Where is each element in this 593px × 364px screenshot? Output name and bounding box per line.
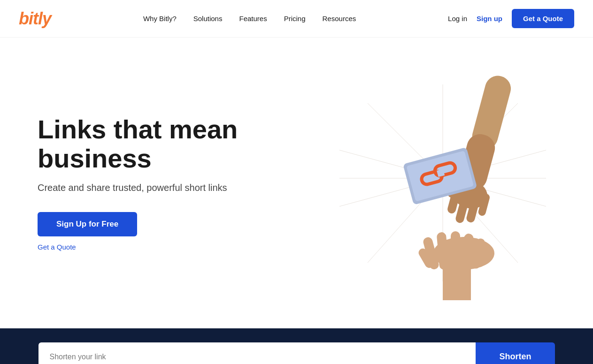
- nav-item-solutions[interactable]: Solutions: [193, 15, 223, 23]
- brand-logo[interactable]: bitly: [19, 9, 51, 29]
- shorten-input[interactable]: [39, 342, 476, 364]
- hero-content: Links that mean business Create and shar…: [38, 115, 300, 250]
- nav-links: Why Bitly? Solutions Features Pricing Re…: [143, 15, 356, 23]
- nav-item-why-bitly[interactable]: Why Bitly?: [143, 15, 177, 23]
- login-link[interactable]: Log in: [448, 15, 467, 23]
- signup-link[interactable]: Sign up: [477, 15, 502, 23]
- hero-svg: [330, 66, 555, 300]
- svg-rect-32: [443, 256, 471, 300]
- shorten-button[interactable]: Shorten: [476, 342, 554, 364]
- nav-item-features[interactable]: Features: [239, 15, 267, 23]
- hero-title: Links that mean business: [38, 115, 300, 173]
- shorten-bar: Shorten By clicking SHORTEN, you are agr…: [0, 328, 593, 364]
- nav-item-resources[interactable]: Resources: [323, 15, 356, 23]
- nav-actions: Log in Sign up Get a Quote: [448, 9, 574, 28]
- signup-free-button[interactable]: Sign Up for Free: [38, 212, 137, 236]
- nav-item-pricing[interactable]: Pricing: [284, 15, 306, 23]
- hero-subtitle: Create and share trusted, powerful short…: [38, 182, 300, 193]
- hero-section: Links that mean business Create and shar…: [0, 38, 593, 328]
- hero-cta-group: Sign Up for Free Get a Quote: [38, 212, 300, 251]
- navbar: bitly Why Bitly? Solutions Features Pric…: [0, 0, 593, 38]
- shorten-form: Shorten: [39, 342, 555, 364]
- hero-illustration: [330, 66, 555, 300]
- get-quote-nav-button[interactable]: Get a Quote: [512, 9, 574, 28]
- get-quote-hero-link[interactable]: Get a Quote: [38, 243, 76, 251]
